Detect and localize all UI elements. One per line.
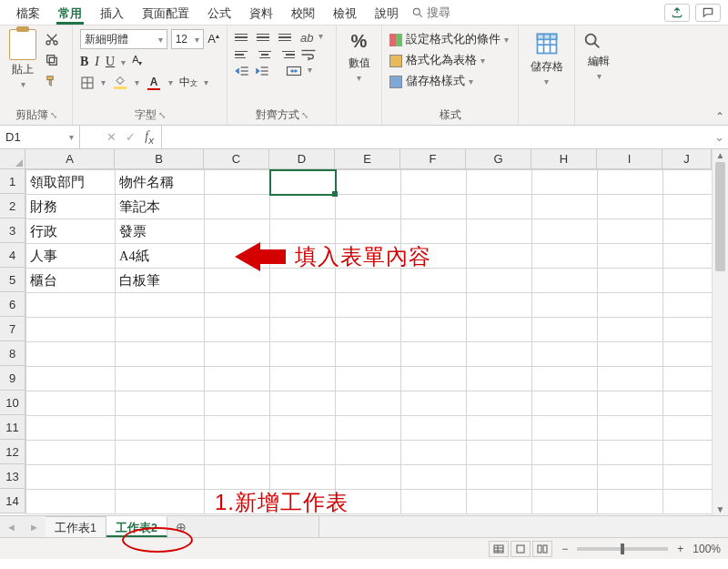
search-box[interactable]: 搜尋 bbox=[411, 0, 450, 25]
cell[interactable]: 領取部門 bbox=[26, 170, 116, 195]
row-header[interactable]: 12 bbox=[0, 440, 25, 464]
cell[interactable] bbox=[467, 269, 532, 293]
cell[interactable] bbox=[401, 195, 467, 219]
cell[interactable] bbox=[663, 441, 713, 465]
cell[interactable] bbox=[598, 490, 663, 514]
cell[interactable] bbox=[26, 342, 116, 367]
italic-button[interactable]: I bbox=[95, 55, 99, 69]
tab-formulas[interactable]: 公式 bbox=[198, 0, 240, 25]
cell[interactable] bbox=[663, 293, 713, 318]
select-all-button[interactable] bbox=[0, 149, 25, 169]
cell[interactable] bbox=[336, 416, 401, 441]
cell[interactable] bbox=[26, 293, 116, 318]
cell[interactable] bbox=[532, 465, 598, 490]
cell[interactable]: 財務 bbox=[26, 195, 116, 219]
cell[interactable] bbox=[532, 342, 598, 367]
view-page-break-button[interactable] bbox=[532, 541, 552, 557]
cell[interactable] bbox=[532, 441, 598, 465]
bold-button[interactable]: B bbox=[80, 55, 88, 69]
cell[interactable] bbox=[270, 465, 336, 490]
tab-file[interactable]: 檔案 bbox=[7, 0, 49, 25]
cell[interactable] bbox=[401, 318, 467, 342]
cell[interactable] bbox=[598, 170, 663, 195]
cell[interactable] bbox=[401, 391, 467, 416]
cell[interactable] bbox=[336, 441, 401, 465]
cell[interactable] bbox=[598, 293, 663, 318]
col-header[interactable]: H bbox=[531, 149, 597, 168]
phonetic-button[interactable]: 中文 bbox=[179, 75, 197, 90]
cell[interactable] bbox=[270, 391, 336, 416]
row-header[interactable]: 14 bbox=[0, 489, 25, 513]
cell[interactable] bbox=[26, 391, 116, 416]
cell[interactable] bbox=[663, 490, 713, 514]
cell[interactable] bbox=[467, 367, 532, 391]
fill-color-button[interactable] bbox=[112, 76, 128, 90]
cell[interactable] bbox=[270, 269, 336, 293]
view-normal-button[interactable] bbox=[489, 541, 509, 557]
formula-input[interactable] bbox=[162, 126, 710, 148]
cell[interactable] bbox=[270, 441, 336, 465]
col-header[interactable]: F bbox=[400, 149, 466, 168]
cell[interactable] bbox=[270, 367, 336, 391]
horizontal-scrollbar[interactable] bbox=[318, 516, 728, 537]
zoom-out-button[interactable]: − bbox=[561, 543, 568, 555]
cell[interactable] bbox=[663, 416, 713, 441]
tab-data[interactable]: 資料 bbox=[240, 0, 282, 25]
cell[interactable] bbox=[663, 170, 713, 195]
conditional-format-button[interactable]: 設定格式化的條件▾ bbox=[389, 29, 511, 50]
cell[interactable]: 白板筆 bbox=[116, 269, 205, 293]
orientation-button[interactable]: ab bbox=[300, 31, 313, 45]
cell[interactable] bbox=[467, 244, 532, 269]
cell[interactable] bbox=[401, 342, 467, 367]
cell[interactable]: 人事 bbox=[26, 244, 116, 269]
underline-button[interactable]: U bbox=[106, 55, 115, 69]
cell[interactable] bbox=[270, 416, 336, 441]
cell[interactable] bbox=[532, 318, 598, 342]
cell[interactable] bbox=[467, 490, 532, 514]
cell[interactable] bbox=[336, 219, 401, 244]
cell[interactable] bbox=[467, 195, 532, 219]
row-header[interactable]: 11 bbox=[0, 415, 25, 440]
cell[interactable] bbox=[205, 293, 270, 318]
enter-formula-button[interactable]: ✓ bbox=[126, 130, 136, 144]
sheet-nav[interactable]: ◄► bbox=[0, 516, 46, 537]
editing-button[interactable]: 編輯▾ bbox=[582, 31, 615, 82]
cell[interactable] bbox=[26, 465, 116, 490]
cell[interactable] bbox=[270, 170, 336, 195]
cell[interactable] bbox=[270, 342, 336, 367]
col-header[interactable]: B bbox=[115, 149, 204, 168]
cell[interactable] bbox=[467, 219, 532, 244]
sheet-tab-2[interactable]: 工作表2 bbox=[106, 516, 167, 537]
cell[interactable] bbox=[205, 219, 270, 244]
merge-button[interactable] bbox=[286, 65, 302, 77]
cell[interactable] bbox=[598, 195, 663, 219]
increase-indent-button[interactable] bbox=[255, 65, 269, 77]
sheet-tab-1[interactable]: 工作表1 bbox=[46, 516, 106, 537]
cell[interactable] bbox=[401, 170, 467, 195]
cell[interactable] bbox=[205, 441, 270, 465]
format-painter-button[interactable] bbox=[44, 73, 60, 89]
cell[interactable] bbox=[270, 318, 336, 342]
cell[interactable] bbox=[532, 293, 598, 318]
cell[interactable] bbox=[116, 391, 205, 416]
cell[interactable] bbox=[598, 318, 663, 342]
cell[interactable] bbox=[598, 244, 663, 269]
cell[interactable] bbox=[467, 170, 532, 195]
cell[interactable] bbox=[26, 416, 116, 441]
col-header[interactable]: E bbox=[335, 149, 400, 168]
row-header[interactable]: 10 bbox=[0, 391, 25, 415]
row-header[interactable]: 6 bbox=[0, 292, 25, 317]
wrap-text-button[interactable] bbox=[300, 48, 317, 61]
align-middle-button[interactable] bbox=[257, 31, 273, 44]
align-bottom-button[interactable] bbox=[278, 31, 295, 44]
tab-page-layout[interactable]: 頁面配置 bbox=[133, 0, 198, 25]
cell[interactable] bbox=[336, 342, 401, 367]
zoom-in-button[interactable]: + bbox=[677, 543, 683, 555]
share-button[interactable] bbox=[664, 4, 690, 22]
cell[interactable] bbox=[532, 219, 598, 244]
cell[interactable] bbox=[467, 441, 532, 465]
cell[interactable] bbox=[663, 269, 713, 293]
align-top-button[interactable] bbox=[235, 31, 251, 44]
row-header[interactable]: 2 bbox=[0, 194, 25, 218]
cell[interactable] bbox=[532, 170, 598, 195]
